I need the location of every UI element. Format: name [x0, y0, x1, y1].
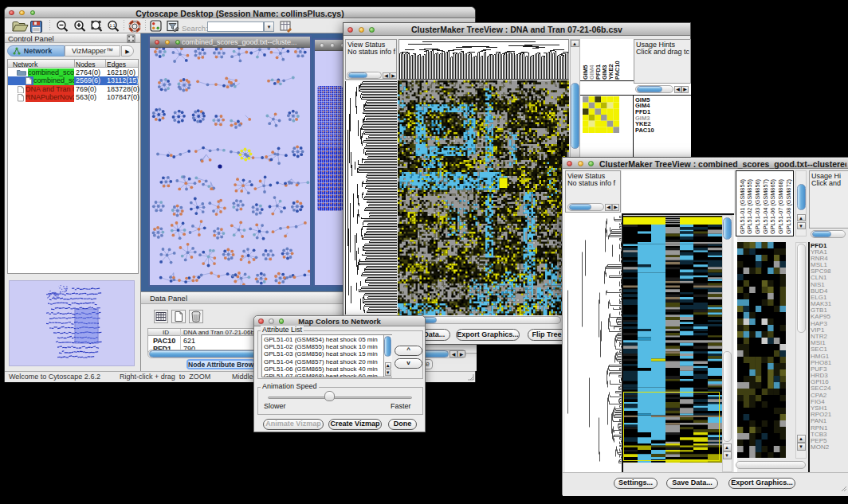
svg-text:1:1: 1:1	[110, 23, 116, 28]
